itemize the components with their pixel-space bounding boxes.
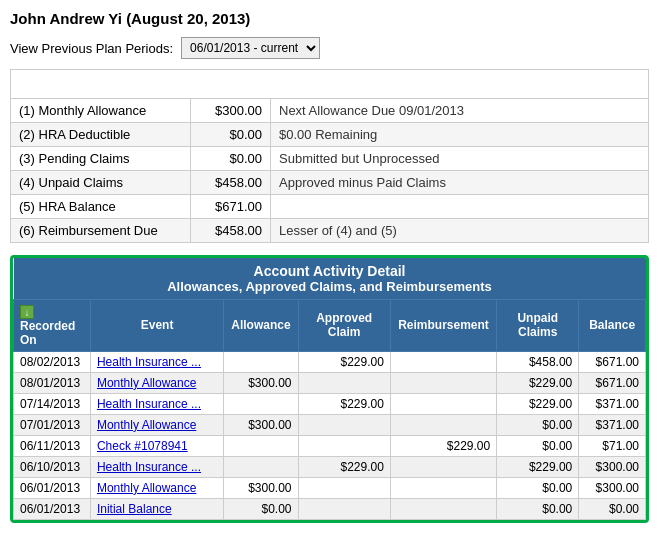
activity-reimbursement [390,351,496,372]
summary-header: Account Summary [11,70,649,99]
activity-unpaid: $229.00 [497,456,579,477]
activity-date: 08/02/2013 [14,351,91,372]
summary-value: $0.00 [191,123,271,147]
activity-allowance [224,435,298,456]
summary-note: Submitted but Unprocessed [271,147,649,171]
col-header-approved: Approved Claim [298,300,390,352]
summary-label: (4) Unpaid Claims [11,171,191,195]
summary-row: (3) Pending Claims $0.00 Submitted but U… [11,147,649,171]
activity-unpaid: $229.00 [497,393,579,414]
summary-row: (1) Monthly Allowance $300.00 Next Allow… [11,99,649,123]
view-period-label: View Previous Plan Periods: [10,41,173,56]
col-header-allowance: Allowance [224,300,298,352]
activity-reimbursement [390,498,496,519]
activity-row: 08/02/2013 Health Insurance ... $229.00 … [14,351,646,372]
activity-approved [298,414,390,435]
period-select[interactable]: 06/01/2013 - current [181,37,320,59]
activity-balance: $71.00 [579,435,646,456]
activity-event[interactable]: Initial Balance [90,498,223,519]
activity-approved [298,498,390,519]
activity-unpaid: $0.00 [497,435,579,456]
activity-allowance: $300.00 [224,477,298,498]
sort-icon[interactable]: ↓ [20,305,34,319]
activity-balance: $671.00 [579,372,646,393]
activity-event[interactable]: Monthly Allowance [90,372,223,393]
summary-note: Lesser of (4) and (5) [271,219,649,243]
activity-approved: $229.00 [298,351,390,372]
activity-balance: $300.00 [579,456,646,477]
activity-balance: $371.00 [579,414,646,435]
col-header-event: Event [90,300,223,352]
summary-label: (5) HRA Balance [11,195,191,219]
activity-event[interactable]: Monthly Allowance [90,477,223,498]
activity-allowance [224,456,298,477]
activity-unpaid: $229.00 [497,372,579,393]
activity-balance: $0.00 [579,498,646,519]
activity-event[interactable]: Health Insurance ... [90,351,223,372]
activity-date: 07/01/2013 [14,414,91,435]
activity-detail-box: Account Activity Detail Allowances, Appr… [10,255,649,523]
activity-balance: $300.00 [579,477,646,498]
activity-date: 08/01/2013 [14,372,91,393]
summary-row: (6) Reimbursement Due $458.00 Lesser of … [11,219,649,243]
activity-table: Account Activity Detail Allowances, Appr… [13,258,646,520]
activity-row: 06/10/2013 Health Insurance ... $229.00 … [14,456,646,477]
activity-approved: $229.00 [298,456,390,477]
activity-row: 06/11/2013 Check #1078941 $229.00 $0.00 … [14,435,646,456]
activity-reimbursement: $229.00 [390,435,496,456]
activity-balance: $371.00 [579,393,646,414]
activity-col-headers: ↓ Recorded On Event Allowance Approved C… [14,300,646,352]
summary-label: (6) Reimbursement Due [11,219,191,243]
activity-event[interactable]: Check #1078941 [90,435,223,456]
activity-reimbursement [390,393,496,414]
summary-row: (5) HRA Balance $671.00 [11,195,649,219]
col-header-reimbursement: Reimbursement [390,300,496,352]
activity-reimbursement [390,372,496,393]
activity-event[interactable]: Monthly Allowance [90,414,223,435]
activity-reimbursement [390,456,496,477]
activity-unpaid: $458.00 [497,351,579,372]
summary-note: $0.00 Remaining [271,123,649,147]
page-title: John Andrew Yi (August 20, 2013) [10,10,649,27]
summary-note [271,195,649,219]
summary-label: (2) HRA Deductible [11,123,191,147]
activity-approved: $229.00 [298,393,390,414]
activity-date: 07/14/2013 [14,393,91,414]
activity-allowance: $0.00 [224,498,298,519]
summary-note: Next Allowance Due 09/01/2013 [271,99,649,123]
activity-approved [298,435,390,456]
activity-date: 06/11/2013 [14,435,91,456]
activity-unpaid: $0.00 [497,477,579,498]
activity-event[interactable]: Health Insurance ... [90,456,223,477]
activity-allowance [224,393,298,414]
activity-allowance [224,351,298,372]
activity-date: 06/01/2013 [14,498,91,519]
summary-row: (2) HRA Deductible $0.00 $0.00 Remaining [11,123,649,147]
activity-sub-title: Allowances, Approved Claims, and Reimbur… [18,279,642,294]
activity-row: 06/01/2013 Monthly Allowance $300.00 $0.… [14,477,646,498]
activity-row: 08/01/2013 Monthly Allowance $300.00 $22… [14,372,646,393]
activity-main-title: Account Activity Detail [18,263,642,279]
activity-row: 06/01/2013 Initial Balance $0.00 $0.00 $… [14,498,646,519]
activity-reimbursement [390,414,496,435]
activity-event[interactable]: Health Insurance ... [90,393,223,414]
activity-reimbursement [390,477,496,498]
summary-value: $671.00 [191,195,271,219]
summary-row: (4) Unpaid Claims $458.00 Approved minus… [11,171,649,195]
col-header-date: ↓ Recorded On [14,300,91,352]
activity-allowance: $300.00 [224,414,298,435]
summary-label: (1) Monthly Allowance [11,99,191,123]
summary-value: $0.00 [191,147,271,171]
col-header-unpaid: Unpaid Claims [497,300,579,352]
activity-balance: $671.00 [579,351,646,372]
summary-note: Approved minus Paid Claims [271,171,649,195]
account-summary-table: Account Summary (1) Monthly Allowance $3… [10,69,649,243]
activity-row: 07/14/2013 Health Insurance ... $229.00 … [14,393,646,414]
activity-unpaid: $0.00 [497,414,579,435]
activity-date: 06/10/2013 [14,456,91,477]
activity-date: 06/01/2013 [14,477,91,498]
activity-allowance: $300.00 [224,372,298,393]
summary-value: $458.00 [191,219,271,243]
activity-approved [298,477,390,498]
activity-unpaid: $0.00 [497,498,579,519]
